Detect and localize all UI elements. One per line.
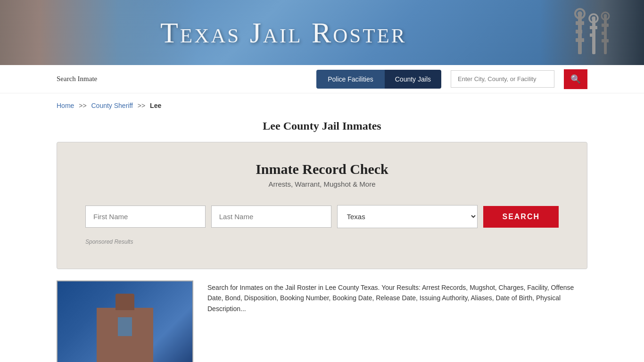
svg-point-16 — [604, 15, 607, 18]
irc-title: Inmate Record Check — [85, 161, 559, 177]
page-title: Lee County Jail Inmates — [0, 120, 644, 132]
first-name-input[interactable] — [85, 206, 206, 228]
building-silhouette — [97, 308, 153, 362]
search-icon: 🔍 — [570, 74, 581, 84]
irc-form-row: AlabamaAlaskaArizonaArkansasCaliforniaCo… — [85, 205, 559, 228]
bottom-section: Search for Inmates on the Jail Roster in… — [57, 280, 587, 362]
last-name-input[interactable] — [211, 206, 331, 228]
breadcrumb: Home >> County Sheriff >> Lee — [0, 93, 644, 113]
svg-rect-2 — [576, 30, 582, 33]
sponsored-results-label: Sponsored Results — [85, 239, 559, 245]
county-jails-button[interactable]: County Jails — [385, 70, 441, 89]
keys-icon — [550, 7, 635, 59]
nav-buttons: Police Facilities County Jails — [316, 70, 441, 89]
svg-rect-8 — [590, 33, 595, 37]
inmate-record-box: Inmate Record Check Arrests, Warrant, Mu… — [57, 142, 587, 269]
svg-rect-3 — [576, 38, 584, 42]
breadcrumb-sep2: >> — [138, 102, 145, 109]
keys-visual — [545, 5, 639, 61]
irc-subtitle: Arrests, Warrant, Mugshot & More — [85, 180, 559, 188]
bottom-description: Search for Inmates on the Jail Roster in… — [207, 280, 587, 314]
nav-search-inmate-label: Search Inmate — [57, 75, 97, 83]
svg-rect-7 — [590, 26, 597, 29]
breadcrumb-sep1: >> — [79, 102, 86, 109]
police-facilities-button[interactable]: Police Facilities — [316, 70, 384, 89]
site-title: Texas Jail Roster — [160, 16, 406, 49]
facility-search-input[interactable] — [451, 70, 554, 88]
header-banner: Texas Jail Roster — [0, 0, 644, 65]
svg-rect-12 — [602, 24, 609, 27]
svg-point-10 — [592, 16, 595, 20]
breadcrumb-county-sheriff[interactable]: County Sheriff — [91, 102, 133, 109]
navbar: Search Inmate Police Facilities County J… — [0, 65, 644, 93]
county-building-image — [57, 280, 193, 362]
breadcrumb-current: Lee — [150, 102, 161, 109]
breadcrumb-home[interactable]: Home — [57, 102, 74, 109]
state-select[interactable]: AlabamaAlaskaArizonaArkansasCaliforniaCo… — [337, 205, 478, 228]
svg-rect-1 — [576, 21, 584, 25]
svg-point-5 — [578, 11, 582, 16]
svg-rect-13 — [602, 32, 607, 35]
irc-search-button[interactable]: SEARCH — [483, 206, 559, 228]
svg-rect-14 — [602, 39, 609, 42]
facility-search-button[interactable]: 🔍 — [564, 69, 587, 89]
